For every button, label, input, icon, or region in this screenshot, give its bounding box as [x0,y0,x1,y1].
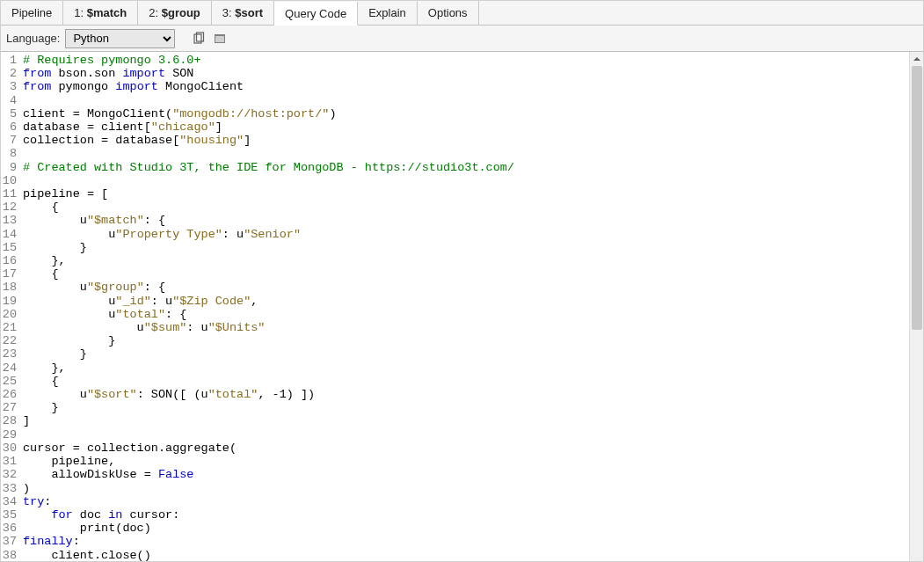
code-line: 6database = client["chicago"] [1,120,909,134]
code-content: { [20,267,909,281]
scroll-up-icon[interactable] [910,52,923,66]
code-line: 32 allowDiskUse = False [1,468,909,481]
code-line: 34try: [1,495,909,508]
code-line: 35 for doc in cursor: [1,508,909,522]
scroll-thumb[interactable] [912,66,922,330]
code-line: 27 } [1,401,909,414]
tab--match[interactable]: 1: $match [63,1,138,25]
line-number: 37 [1,535,20,548]
tab--sort[interactable]: 3: $sort [212,1,274,25]
line-number: 4 [1,94,20,107]
code-line: 16 }, [1,254,909,267]
line-number: 26 [1,388,20,401]
code-content: client = MongoClient("mongodb://host:por… [20,107,909,120]
code-line: 12 { [1,201,909,214]
line-number: 6 [1,120,20,134]
code-content: u"Property Type": u"Senior" [20,228,909,241]
code-editor[interactable]: 1# Requires pymongo 3.6.0+2from bson.son… [1,52,909,561]
code-line: 11pipeline = [ [1,187,909,201]
code-line: 28] [1,414,909,427]
code-content: # Created with Studio 3T, the IDE for Mo… [20,161,909,174]
code-line: 15 } [1,241,909,254]
code-line: 23 } [1,347,909,361]
tab--group[interactable]: 2: $group [138,1,212,25]
code-content: }, [20,361,909,375]
line-number: 19 [1,295,20,308]
line-number: 17 [1,267,20,281]
code-line: 21 u"$sum": u"$Units" [1,321,909,334]
code-content: u"_id": u"$Zip Code", [20,295,909,308]
language-label: Language: [6,32,60,45]
tab-query-code[interactable]: Query Code [274,2,358,26]
line-number: 8 [1,147,20,160]
copy-icon[interactable] [191,31,207,47]
code-line: 25 { [1,375,909,388]
language-select[interactable]: Python [65,29,175,48]
code-content: client.close() [20,549,909,561]
line-number: 7 [1,134,20,147]
line-number: 24 [1,361,20,375]
line-number: 1 [1,54,20,67]
code-line: 33) [1,482,909,495]
code-line: 2from bson.son import SON [1,67,909,80]
code-line: 4 [1,94,909,107]
code-line: 36 print(doc) [1,522,909,535]
code-content: } [20,401,909,414]
code-content: # Requires pymongo 3.6.0+ [20,54,909,67]
code-content: from bson.son import SON [20,67,909,80]
line-number: 18 [1,281,20,294]
code-line: 10 [1,174,909,187]
code-line: 26 u"$sort": SON([ (u"total", -1) ]) [1,388,909,401]
code-content: } [20,334,909,347]
code-line: 29 [1,428,909,442]
line-number: 11 [1,187,20,201]
line-number: 16 [1,254,20,267]
code-content: pipeline, [20,455,909,468]
line-number: 30 [1,442,20,455]
code-line: 20 u"total": { [1,308,909,321]
code-line: 17 { [1,267,909,281]
line-number: 12 [1,201,20,214]
line-number: 9 [1,161,20,174]
code-line: 1# Requires pymongo 3.6.0+ [1,54,909,67]
code-content [20,174,909,187]
code-content: u"$sort": SON([ (u"total", -1) ]) [20,388,909,401]
code-line: 38 client.close() [1,549,909,561]
code-content: for doc in cursor: [20,508,909,522]
tabs-bar: Pipeline1: $match2: $group3: $sortQuery … [1,1,923,26]
code-line: 19 u"_id": u"$Zip Code", [1,295,909,308]
code-line: 30cursor = collection.aggregate( [1,442,909,455]
line-number: 5 [1,107,20,120]
line-number: 10 [1,174,20,187]
svg-rect-3 [215,36,224,42]
code-line: 13 u"$match": { [1,214,909,227]
line-number: 27 [1,401,20,414]
expand-icon[interactable] [212,31,228,47]
code-line: 8 [1,147,909,160]
code-line: 14 u"Property Type": u"Senior" [1,228,909,241]
code-content: finally: [20,535,909,548]
tab-options[interactable]: Options [418,1,479,25]
line-number: 28 [1,414,20,427]
toolbar: Language: Python [1,26,923,52]
code-content: u"$group": { [20,281,909,294]
line-number: 25 [1,375,20,388]
tab-pipeline[interactable]: Pipeline [1,1,63,25]
code-content: allowDiskUse = False [20,468,909,481]
code-line: 5client = MongoClient("mongodb://host:po… [1,107,909,120]
line-number: 15 [1,241,20,254]
line-number: 31 [1,455,20,468]
scrollbar-vertical[interactable] [909,52,923,561]
line-number: 33 [1,482,20,495]
code-content: }, [20,254,909,267]
code-content: print(doc) [20,522,909,535]
code-content: u"$sum": u"$Units" [20,321,909,334]
code-body: 1# Requires pymongo 3.6.0+2from bson.son… [1,52,909,561]
line-number: 13 [1,214,20,227]
line-number: 36 [1,522,20,535]
tab-explain[interactable]: Explain [358,1,418,25]
line-number: 20 [1,308,20,321]
code-content: u"total": { [20,308,909,321]
line-number: 14 [1,228,20,241]
code-content: } [20,347,909,361]
